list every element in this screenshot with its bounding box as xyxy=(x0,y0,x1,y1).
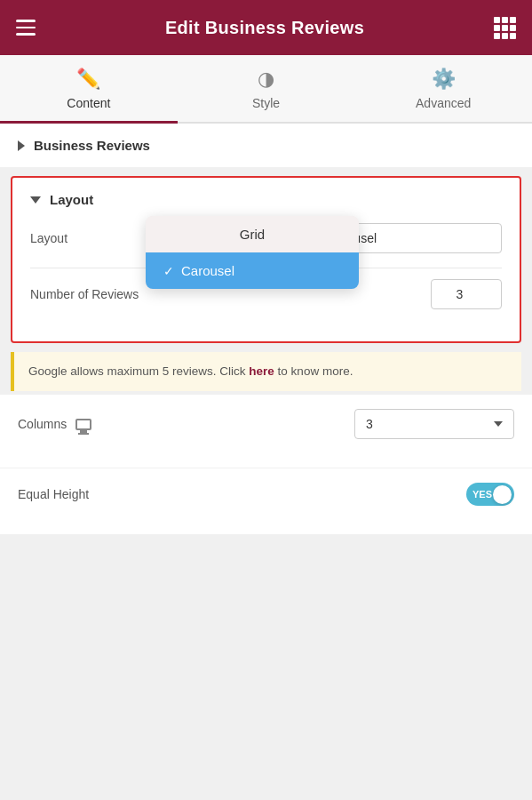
equal-height-label: Equal Height xyxy=(18,487,89,501)
notice-box: Google allows maximum 5 reviews. Click h… xyxy=(11,352,521,391)
pencil-icon: ✏️ xyxy=(76,68,100,91)
columns-label-group: Columns xyxy=(18,417,91,431)
dropdown-option-grid[interactable]: Grid xyxy=(146,216,359,252)
half-circle-icon: ◑ xyxy=(258,68,274,91)
checkmark-icon: ✓ xyxy=(163,264,174,278)
gear-icon: ⚙️ xyxy=(432,68,456,91)
notice-text-before: Google allows maximum 5 reviews. Click xyxy=(28,364,249,378)
layout-field-label: Layout xyxy=(30,231,67,245)
tab-style[interactable]: ◑ Style xyxy=(178,55,355,122)
tabs-bar: ✏️ Content ◑ Style ⚙️ Advanced xyxy=(0,55,532,124)
collapse-arrow-icon xyxy=(30,196,41,204)
tab-style-label: Style xyxy=(252,96,280,110)
tab-content[interactable]: ✏️ Content xyxy=(0,55,178,124)
tab-content-label: Content xyxy=(67,96,110,110)
expand-arrow-icon xyxy=(18,140,25,151)
business-reviews-section-header[interactable]: Business Reviews xyxy=(0,124,532,167)
number-of-reviews-label: Number of Reviews xyxy=(30,287,139,301)
layout-section: Layout Layout Grid ✓ Carousel Carousel xyxy=(11,176,521,343)
tab-advanced[interactable]: ⚙️ Advanced xyxy=(354,55,532,122)
toggle-yes-label: YES xyxy=(472,489,492,500)
header: Edit Business Reviews xyxy=(0,0,532,55)
columns-section: Columns 3 xyxy=(0,395,532,468)
tab-advanced-label: Advanced xyxy=(416,96,471,110)
layout-row: Layout Grid ✓ Carousel Carousel xyxy=(30,223,502,253)
layout-dropdown-popup[interactable]: Grid ✓ Carousel xyxy=(146,216,359,289)
equal-height-toggle[interactable]: YES xyxy=(466,483,514,506)
apps-grid-icon[interactable] xyxy=(494,17,516,39)
notice-link[interactable]: here xyxy=(249,364,274,378)
select-arrow-icon xyxy=(494,421,503,427)
monitor-icon xyxy=(75,419,91,430)
equal-height-row: Equal Height YES xyxy=(18,483,514,506)
columns-row: Columns 3 xyxy=(18,409,514,439)
columns-label: Columns xyxy=(18,417,67,431)
layout-section-title: Layout xyxy=(50,192,93,207)
equal-height-section: Equal Height YES xyxy=(0,468,532,534)
columns-select[interactable]: 3 xyxy=(354,409,514,439)
layout-section-header[interactable]: Layout xyxy=(30,192,502,207)
business-reviews-title: Business Reviews xyxy=(34,138,150,153)
page-title: Edit Business Reviews xyxy=(165,18,364,38)
number-of-reviews-input[interactable]: 3 xyxy=(431,279,502,309)
hamburger-menu-icon[interactable] xyxy=(16,20,36,36)
notice-text-after: to know more. xyxy=(274,364,353,378)
toggle-knob xyxy=(493,485,512,504)
columns-value: 3 xyxy=(366,417,373,431)
dropdown-option-carousel[interactable]: ✓ Carousel xyxy=(146,252,359,289)
content-area: Business Reviews Layout Layout Grid ✓ Ca… xyxy=(0,124,532,534)
